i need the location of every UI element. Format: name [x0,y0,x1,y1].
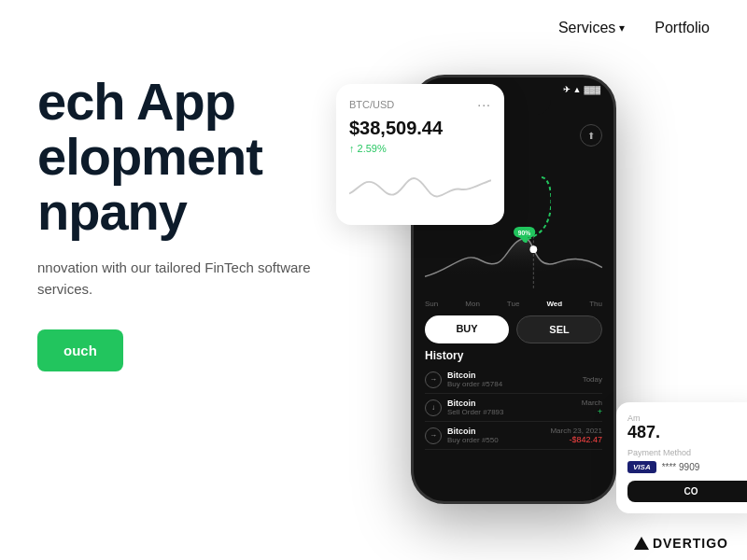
cta-button[interactable]: ouch [37,329,123,371]
arrow-right-icon: → [425,371,442,388]
btcusd-label: BTC/USD [349,99,394,110]
brand-name: DVERTIGO [653,536,728,551]
visa-badge: VISA [627,461,656,473]
chevron-down-icon: ▾ [619,21,625,35]
logo-triangle-icon [634,537,649,550]
nav-portfolio[interactable]: Portfolio [655,20,710,36]
nav-services[interactable]: Services ▾ [558,20,625,36]
amount-label: Am [627,413,747,423]
history-item-3: → Bitcoin Buy order #550 March 23, 2021 … [425,422,602,450]
payment-card: Am 487. Payment Method VISA **** 9909 CO [616,402,747,513]
payment-method-row: VISA **** 9909 [627,461,747,473]
buy-sell-buttons: BUY SEL [425,315,602,343]
history-title: History [425,349,602,362]
sell-button[interactable]: SEL [516,315,602,343]
mini-chart [349,161,491,212]
card-number: **** 9909 [662,462,700,472]
btcusd-price: $38,509.44 [349,118,491,139]
arrow-right-icon-2: → [425,427,442,444]
history-item-2: ↓ Bitcoin Sell Order #7893 March + [425,394,602,422]
history-item-1: → Bitcoin Buy order #5784 Today [425,366,602,394]
arrow-down-icon: ↓ [425,399,442,416]
share-icon: ⬆ [580,124,602,147]
chart-labels: SunMonTueWedThu [425,300,602,308]
navigation: Services ▾ Portfolio [0,0,747,56]
svg-marker-0 [519,235,529,243]
footer-brand: DVERTIGO [634,536,728,551]
payment-amount: 487. [627,423,747,442]
btcusd-change: ↑ 2.59% [349,143,491,154]
buy-button[interactable]: BUY [425,315,509,343]
btcusd-card: BTC/USD ··· $38,509.44 ↑ 2.59% [336,84,504,225]
hero-subtitle: nnovation with our tailored FinTech soft… [37,258,336,300]
payment-method-label: Payment Method [627,448,747,457]
svg-point-2 [529,245,537,253]
confirm-button[interactable]: CO [627,481,747,502]
advertigo-logo: DVERTIGO [634,536,728,551]
mockup-area: BTC/USD ··· $38,509.44 ↑ 2.59% 9:41 ✈▲▓▓… [336,56,747,551]
more-icon: ··· [477,97,491,112]
dashed-arrow-decoration [495,168,551,243]
